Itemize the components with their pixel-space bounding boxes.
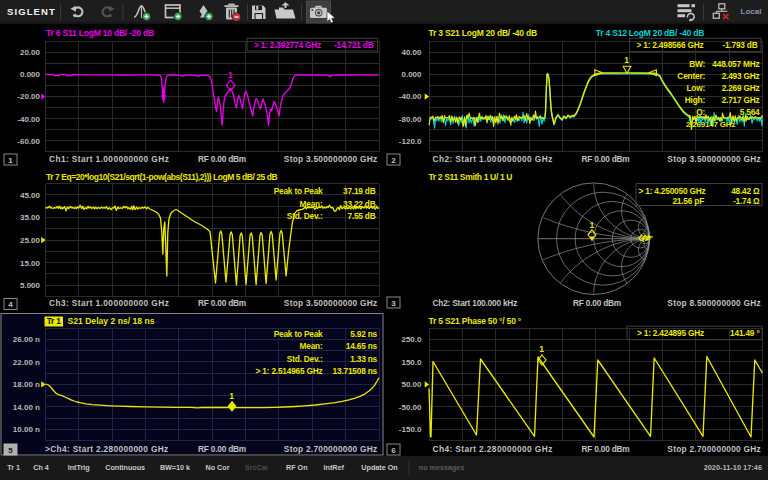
- svg-text:Tr 1: Tr 1: [47, 316, 62, 326]
- svg-text:Tr 7 Eq=20*log10(S21/sqrt(1-p: Tr 7 Eq=20*log10(S21/sqrt(1-pow(abs(S11)…: [46, 172, 277, 182]
- svg-text:Update On: Update On: [361, 463, 397, 472]
- svg-text:> 1: 2.424895 GHz: > 1: 2.424895 GHz: [637, 328, 704, 338]
- svg-text:150.0: 150.0: [401, 358, 422, 367]
- svg-text:1: 1: [589, 220, 594, 230]
- svg-text:> 1: 2.392774 GHz: > 1: 2.392774 GHz: [254, 40, 321, 50]
- svg-text:Ch4: Start 2.280000000 GHz: Ch4: Start 2.280000000 GHz: [433, 444, 553, 454]
- svg-text:RF On: RF On: [286, 463, 308, 472]
- svg-text:RF 0.00 dBm: RF 0.00 dBm: [581, 154, 629, 164]
- svg-text:2.717 GHz: 2.717 GHz: [722, 95, 760, 105]
- svg-text:Ch2: Start 1.000000000 GHz: Ch2: Start 1.000000000 GHz: [433, 154, 553, 164]
- svg-text:-1.793 dB: -1.793 dB: [722, 40, 757, 50]
- svg-text:Std. Dev.:: Std. Dev.:: [287, 211, 323, 221]
- svg-text:6: 6: [391, 446, 396, 455]
- svg-text:-150.0: -150.0: [399, 425, 422, 434]
- svg-text:-14.721 dB: -14.721 dB: [334, 40, 374, 50]
- svg-text:20.00: 20.00: [20, 48, 41, 57]
- svg-text:15.00: 15.00: [20, 259, 41, 268]
- svg-text:Local: Local: [741, 7, 762, 16]
- svg-text:Stop 3.500000000 GHz: Stop 3.500000000 GHz: [284, 298, 378, 308]
- svg-text:2020-11-10 17:46: 2020-11-10 17:46: [704, 463, 762, 472]
- svg-text:18.00 n: 18.00 n: [13, 380, 40, 389]
- svg-text:Tr 1: Tr 1: [7, 463, 20, 472]
- svg-text:13.71508 ns: 13.71508 ns: [333, 366, 378, 376]
- svg-text:0.000: 0.000: [20, 70, 41, 79]
- svg-text:Tr 4 S12 LogM 20 dB/ -40 dB: Tr 4 S12 LogM 20 dB/ -40 dB: [596, 28, 704, 38]
- svg-text:2.493 GHz: 2.493 GHz: [722, 71, 760, 81]
- svg-text:Ch1: Start 1.000000000 GHz: Ch1: Start 1.000000000 GHz: [49, 154, 169, 164]
- svg-text:22.00 n: 22.00 n: [13, 358, 40, 367]
- svg-text:Stop 2.700000000 GHz: Stop 2.700000000 GHz: [284, 444, 378, 454]
- svg-text:5.92 ns: 5.92 ns: [350, 329, 377, 339]
- svg-text:Mean:: Mean:: [300, 341, 323, 351]
- svg-text:-1.74 Ω: -1.74 Ω: [733, 196, 760, 206]
- svg-text:> 1: 4.250050 GHz: > 1: 4.250050 GHz: [639, 186, 706, 196]
- svg-text:Stop 3.500000000 GHz: Stop 3.500000000 GHz: [284, 154, 378, 164]
- svg-text:-40.00: -40.00: [17, 115, 40, 124]
- svg-text:RF 0.00 dBm: RF 0.00 dBm: [573, 298, 621, 308]
- svg-text:Peak to Peak: Peak to Peak: [274, 329, 323, 339]
- svg-text:Stop 8.500000000 GHz: Stop 8.500000000 GHz: [667, 298, 761, 308]
- svg-text:35.00: 35.00: [20, 213, 41, 222]
- svg-text:1: 1: [539, 344, 544, 354]
- svg-text:> 1: 2.498566 GHz: > 1: 2.498566 GHz: [637, 40, 704, 50]
- svg-text:RF 0.00 dBm: RF 0.00 dBm: [581, 444, 629, 454]
- svg-text:Peak to Peak: Peak to Peak: [274, 186, 323, 196]
- svg-text:-80.00: -80.00: [399, 115, 422, 124]
- svg-text:45.00: 45.00: [20, 191, 41, 200]
- svg-text:0.000: 0.000: [401, 70, 422, 79]
- svg-text:37.19 dB: 37.19 dB: [343, 186, 376, 196]
- svg-text:4: 4: [8, 300, 13, 309]
- svg-text:10.00 n: 10.00 n: [13, 425, 40, 434]
- svg-text:14.00 n: 14.00 n: [13, 403, 40, 412]
- svg-text:Tr 6 S11 LogM 10 dB/ -20 dB: Tr 6 S11 LogM 10 dB/ -20 dB: [46, 28, 154, 38]
- svg-text:RF 0.00 dBm: RF 0.00 dBm: [198, 444, 246, 454]
- svg-text:RF 0.00 dBm: RF 0.00 dBm: [198, 154, 246, 164]
- svg-text:-50.00: -50.00: [399, 403, 422, 412]
- svg-text:21.56 pF: 21.56 pF: [672, 196, 704, 206]
- svg-text:Stop 2.700000000 GHz: Stop 2.700000000 GHz: [667, 444, 761, 454]
- svg-text:SIGLENT: SIGLENT: [7, 6, 56, 17]
- svg-text:No Cor: No Cor: [206, 463, 230, 472]
- svg-text:448.057 MHz: 448.057 MHz: [712, 59, 759, 69]
- svg-text:40.00: 40.00: [401, 48, 422, 57]
- svg-text:Tr 5 S21 Phase 50 °/ 50 °: Tr 5 S21 Phase 50 °/ 50 °: [429, 316, 522, 326]
- svg-text:50.00: 50.00: [401, 380, 422, 389]
- svg-text:IntTrig: IntTrig: [68, 463, 90, 472]
- svg-text:Ch3: Start 1.000000000 GHz: Ch3: Start 1.000000000 GHz: [49, 298, 169, 308]
- svg-text:Stop 3.500000000 GHz: Stop 3.500000000 GHz: [667, 154, 761, 164]
- svg-text:Continuous: Continuous: [105, 463, 145, 472]
- svg-text:no messages: no messages: [419, 463, 465, 472]
- svg-text:-20.00: -20.00: [17, 92, 40, 101]
- svg-text:Ch2: Start 100.000 kHz: Ch2: Start 100.000 kHz: [433, 298, 518, 308]
- svg-text:1.33 ns: 1.33 ns: [350, 354, 377, 364]
- svg-text:Tr 3 S21 LogM 20 dB/ -40 dB: Tr 3 S21 LogM 20 dB/ -40 dB: [429, 28, 537, 38]
- svg-text:Low:: Low:: [686, 83, 705, 93]
- svg-text:5: 5: [8, 446, 13, 455]
- svg-text:> 1: 2.514965 GHz: > 1: 2.514965 GHz: [256, 366, 323, 376]
- svg-text:RF 0.00 dBm: RF 0.00 dBm: [198, 298, 246, 308]
- svg-text:1: 1: [228, 70, 233, 80]
- svg-text:Center:: Center:: [677, 71, 705, 81]
- svg-text:141.49 °: 141.49 °: [730, 328, 759, 338]
- svg-text:High:: High:: [685, 95, 705, 105]
- svg-text:Ch 4: Ch 4: [33, 463, 49, 472]
- svg-text:1: 1: [229, 391, 234, 401]
- svg-text:5.000: 5.000: [20, 281, 41, 290]
- svg-text:-60.00: -60.00: [17, 137, 40, 146]
- svg-text:SrcCal: SrcCal: [245, 463, 268, 472]
- svg-text:-120.0: -120.0: [399, 137, 422, 146]
- svg-text:3: 3: [391, 299, 396, 308]
- svg-text:2: 2: [391, 156, 396, 165]
- svg-text:25.00: 25.00: [20, 236, 41, 245]
- svg-text:1: 1: [8, 156, 13, 165]
- svg-text:7.55 dB: 7.55 dB: [347, 211, 375, 221]
- svg-text:S21 Delay 2 ns/ 18 ns: S21 Delay 2 ns/ 18 ns: [68, 316, 155, 326]
- svg-text:1: 1: [624, 55, 629, 65]
- svg-text:>Ch4: Start 2.280000000 GHz: >Ch4: Start 2.280000000 GHz: [45, 444, 169, 454]
- svg-text:-40.00: -40.00: [399, 92, 422, 101]
- svg-text:BW:: BW:: [689, 59, 705, 69]
- svg-text:2.269 GHz: 2.269 GHz: [722, 83, 760, 93]
- svg-text:IntRef: IntRef: [324, 463, 345, 472]
- svg-text:48.42 Ω: 48.42 Ω: [731, 186, 760, 196]
